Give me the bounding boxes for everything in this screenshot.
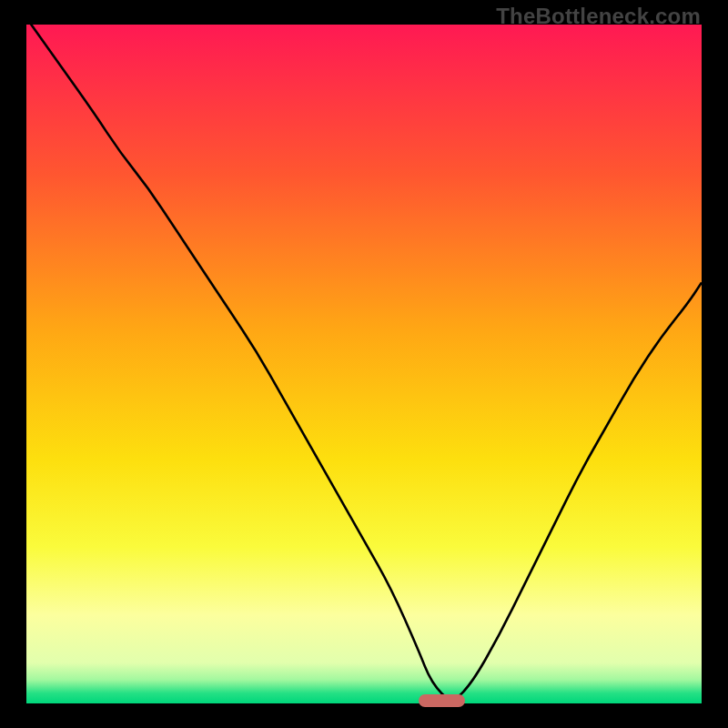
watermark-text: TheBottleneck.com <box>496 4 701 29</box>
optimal-marker <box>419 694 464 706</box>
bottleneck-curve <box>26 25 702 703</box>
plot-area <box>26 25 702 703</box>
chart-container: TheBottleneck.com <box>0 0 728 728</box>
